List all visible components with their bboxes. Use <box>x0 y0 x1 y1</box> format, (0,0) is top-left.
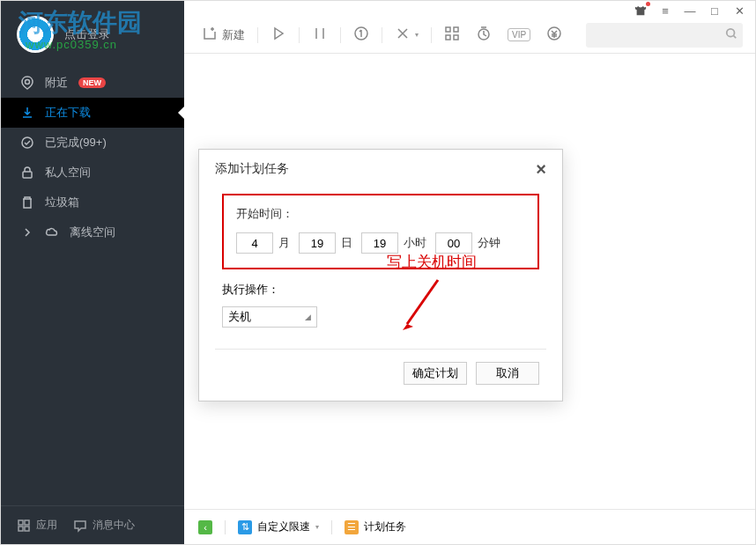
svg-rect-4 <box>25 520 29 525</box>
lock-icon <box>20 166 34 180</box>
skin-icon[interactable] <box>634 4 648 18</box>
svg-point-0 <box>26 80 30 85</box>
minute-input[interactable] <box>435 232 472 254</box>
confirm-button[interactable]: 确定计划 <box>404 362 467 385</box>
svg-rect-6 <box>25 527 29 531</box>
left-icon: ‹ <box>198 520 212 534</box>
divider <box>215 349 546 350</box>
day-unit: 日 <box>341 235 352 251</box>
svg-rect-8 <box>446 27 450 32</box>
dialog-title: 添加计划任务 <box>215 161 289 177</box>
hour-input[interactable] <box>361 232 398 254</box>
sidebar-header: 点击登录 <box>1 1 184 68</box>
annotation-arrow <box>394 276 456 337</box>
pause-icon <box>312 26 328 44</box>
nav-label: 正在下载 <box>45 105 91 121</box>
minute-unit: 分钟 <box>478 235 500 251</box>
nav-label: 离线空间 <box>70 225 115 240</box>
search-icon[interactable] <box>725 27 737 43</box>
close-icon[interactable]: × <box>536 159 546 180</box>
select-value: 关机 <box>228 309 251 325</box>
footer-messages[interactable]: 消息中心 <box>73 518 135 533</box>
play-icon <box>271 26 286 44</box>
timer-button[interactable] <box>471 22 497 48</box>
sidebar-item-downloading[interactable]: 正在下载 <box>1 98 184 128</box>
search-box[interactable] <box>586 23 743 48</box>
separator <box>382 27 382 43</box>
minimize-button[interactable]: — <box>683 4 697 18</box>
sidebar-item-completed[interactable]: 已完成(99+) <box>1 128 184 158</box>
dialog-body: 开始时间： 月 日 小时 分钟 执行操作： 关机 ◢ 确定计划 取消 <box>199 188 562 401</box>
delete-button[interactable]: ▾ <box>389 22 424 48</box>
priority-button[interactable] <box>348 22 374 48</box>
svg-rect-5 <box>19 527 23 531</box>
footer-apps[interactable]: 应用 <box>17 518 57 533</box>
separator <box>257 27 258 43</box>
sidebar-item-offline[interactable]: 离线空间 <box>1 217 184 247</box>
delete-icon <box>395 26 411 44</box>
svg-point-14 <box>727 28 735 36</box>
titlebar: ≡ — □ ✕ <box>184 1 755 17</box>
sidebar-item-private[interactable]: 私人空间 <box>1 158 184 188</box>
login-link[interactable]: 点击登录 <box>64 26 110 42</box>
new-icon <box>202 26 218 44</box>
statusbar: ‹ ⇅ 自定义限速 ▾ ☰ 计划任务 <box>184 509 755 544</box>
nav-label: 垃圾箱 <box>45 195 79 210</box>
search-input[interactable] <box>593 29 725 41</box>
currency-icon <box>546 26 562 44</box>
one-icon <box>353 26 369 44</box>
status-label: 自定义限速 <box>257 519 310 534</box>
message-icon <box>73 519 87 533</box>
new-label: 新建 <box>222 27 245 43</box>
avatar[interactable] <box>17 16 54 53</box>
toolbar: 新建 ▾ VIP <box>184 17 755 54</box>
separator <box>299 27 300 43</box>
cancel-button[interactable]: 取消 <box>476 362 539 385</box>
status-speed-limit[interactable]: ⇅ 自定义限速 ▾ <box>238 519 319 534</box>
nav-label: 私人空间 <box>45 165 91 180</box>
svg-rect-9 <box>454 27 458 32</box>
sidebar-item-trash[interactable]: 垃圾箱 <box>1 188 184 217</box>
operation-label: 执行操作： <box>222 282 539 298</box>
status-prev[interactable]: ‹ <box>198 520 212 534</box>
menu-icon[interactable]: ≡ <box>658 4 672 18</box>
vip-badge: VIP <box>508 28 530 41</box>
new-badge: NEW <box>78 77 106 88</box>
day-input[interactable] <box>299 232 336 254</box>
sidebar-footer: 应用 消息中心 <box>1 505 184 544</box>
svg-rect-10 <box>446 35 450 40</box>
status-plan-task[interactable]: ☰ 计划任务 <box>345 519 406 534</box>
close-button[interactable]: ✕ <box>732 4 746 18</box>
vip-button[interactable]: VIP <box>502 25 536 45</box>
separator <box>331 520 332 534</box>
new-button[interactable]: 新建 <box>196 22 250 48</box>
check-icon <box>20 136 34 150</box>
currency-button[interactable] <box>541 22 567 48</box>
location-icon <box>20 76 34 90</box>
status-label: 计划任务 <box>364 519 406 534</box>
download-icon <box>20 106 34 120</box>
svg-rect-11 <box>454 35 458 40</box>
month-unit: 月 <box>278 235 290 251</box>
pause-button[interactable] <box>307 22 333 48</box>
time-inputs: 月 日 小时 分钟 <box>236 232 525 254</box>
nav-label: 已完成(99+) <box>45 135 107 151</box>
operation-select[interactable]: 关机 ◢ <box>222 306 317 328</box>
nav-label: 附近 <box>45 75 68 91</box>
maximize-button[interactable]: □ <box>708 4 722 18</box>
sidebar-item-nearby[interactable]: 附近 NEW <box>1 68 184 98</box>
qr-icon <box>444 26 460 44</box>
separator <box>340 27 341 43</box>
highlight-frame: 开始时间： 月 日 小时 分钟 <box>222 194 539 269</box>
qr-button[interactable] <box>439 22 465 48</box>
chevron-right-icon <box>20 225 34 239</box>
hour-unit: 小时 <box>404 235 426 251</box>
footer-label: 消息中心 <box>93 518 135 533</box>
plan-icon: ☰ <box>345 520 359 534</box>
timer-icon <box>476 26 492 44</box>
dialog-actions: 确定计划 取消 <box>222 362 539 385</box>
svg-rect-3 <box>19 520 23 525</box>
separator <box>225 520 226 534</box>
month-input[interactable] <box>236 232 273 254</box>
play-button[interactable] <box>265 22 292 48</box>
